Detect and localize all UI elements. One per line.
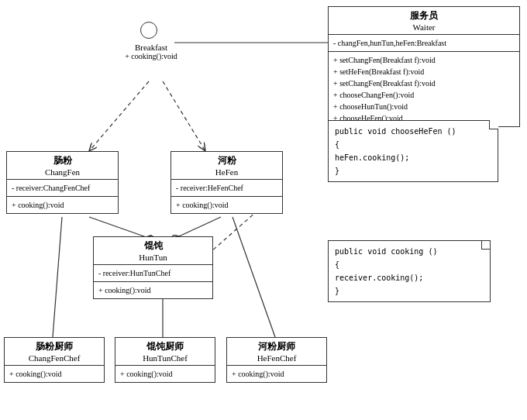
huntun-attributes: - receiver:HunTunChef [94,265,212,282]
changfen-methods: + cooking():void [7,197,118,213]
changfenchef-header: 肠粉厨师 ChangFenChef [5,338,104,366]
svg-line-7 [53,217,62,337]
huntunchef-methods: + cooking():void [115,366,215,382]
changfenchef-methods: + cooking():void [5,366,104,382]
hefen-methods: + cooking():void [171,197,282,213]
changfen-header: 肠粉 ChangFen [7,152,118,180]
interface-circle [140,22,157,39]
huntun-header: 馄饨 HunTun [94,237,212,265]
svg-line-2 [163,81,205,151]
waiter-box: 服务员 Waiter - changFen,hunTun,heFen:Break… [328,6,520,127]
hefen-header: 河粉 HeFen [171,152,282,180]
huntunchef-header: 馄饨厨师 HunTunChef [115,338,215,366]
waiter-header: 服务员 Waiter [329,7,519,35]
hefen-attributes: - receiver:HeFenChef [171,180,282,197]
hefenchef-methods: + cooking():void [227,366,326,382]
huntun-box: 馄饨 HunTun - receiver:HunTunChef + cookin… [93,236,213,299]
breakfast-label: Breakfast + cooking():void [120,43,182,60]
hefen-box: 河粉 HeFen - receiver:HeFenChef + cooking(… [170,151,283,214]
uml-diagram: Breakfast + cooking():void 服务员 Waiter - … [0,0,527,420]
hefenchef-box: 河粉厨师 HeFenChef + cooking():void [226,337,327,383]
svg-line-9 [232,217,275,337]
huntun-methods: + cooking():void [94,282,212,298]
code-box-cooking: public void cooking () { receiver.cookin… [328,240,491,302]
hefenchef-header: 河粉厨师 HeFenChef [227,338,326,366]
changfen-attributes: - receiver:ChangFenChef [7,180,118,197]
waiter-attributes: - changFen,hunTun,heFen:Breakfast [329,35,519,52]
huntunchef-box: 馄饨厨师 HunTunChef + cooking():void [115,337,215,383]
changfen-box: 肠粉 ChangFen - receiver:ChangFenChef + co… [6,151,119,214]
code-box-choosehfen: public void chooseHeFen () { heFen.cooki… [328,120,498,182]
changfenchef-box: 肠粉厨师 ChangFenChef + cooking():void [4,337,105,383]
waiter-methods: + setChangFen(Breakfast f):void + setHeF… [329,52,519,126]
svg-line-1 [89,81,149,151]
